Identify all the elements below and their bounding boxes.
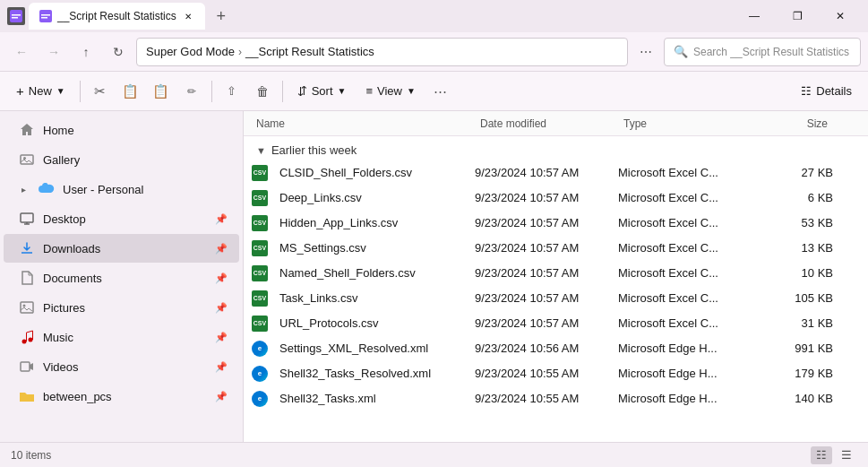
svg-rect-4	[41, 14, 50, 16]
more-button[interactable]: ⋯	[426, 77, 455, 106]
table-row[interactable]: CSV Hidden_App_Links.csv 9/23/2024 10:57…	[244, 211, 868, 236]
col-header-size[interactable]: Size	[761, 117, 833, 130]
more-options-button[interactable]: ⋯	[632, 38, 660, 66]
maximize-button[interactable]: ❐	[777, 3, 818, 30]
active-tab[interactable]: __Script Result Statistics ✕	[29, 3, 205, 30]
sidebar-item-between-pcs[interactable]: between_pcs 📌	[4, 382, 239, 411]
sidebar-item-documents[interactable]: Documents 📌	[4, 264, 239, 292]
delete-button[interactable]: 🗑	[248, 77, 277, 106]
sidebar-user-label: User - Personal	[63, 183, 228, 196]
view-label: View	[377, 84, 402, 98]
file-type: Microsoft Excel C...	[618, 291, 761, 305]
filename: Shell32_Tasks.xml	[279, 392, 376, 405]
col-header-name[interactable]: Name	[251, 117, 475, 130]
sidebar-item-videos[interactable]: Videos 📌	[4, 352, 239, 381]
svg-rect-8	[21, 213, 33, 222]
file-date: 9/23/2024 10:57 AM	[475, 191, 618, 204]
sort-button[interactable]: ⇵ Sort ▼	[288, 77, 356, 106]
documents-pin-icon: 📌	[214, 271, 228, 285]
sidebar-pictures-label: Pictures	[43, 301, 207, 315]
toolbar-separator-3	[282, 81, 283, 102]
file-date: 9/23/2024 10:57 AM	[475, 216, 618, 229]
copy-button[interactable]: 📋	[116, 77, 145, 106]
refresh-button[interactable]: ↻	[104, 38, 133, 66]
table-row[interactable]: CSV URL_Protocols.csv 9/23/2024 10:57 AM…	[244, 311, 868, 336]
breadcrumb-separator: ›	[238, 46, 242, 58]
table-row[interactable]: CSV CLSID_Shell_Folders.csv 9/23/2024 10…	[244, 160, 868, 186]
sidebar-music-label: Music	[43, 331, 207, 344]
minimize-button[interactable]: —	[734, 3, 775, 30]
share-button[interactable]: ⇧	[218, 77, 246, 106]
col-header-date[interactable]: Date modified	[475, 117, 618, 130]
sidebar-item-downloads[interactable]: Downloads 📌	[4, 234, 239, 263]
sidebar-desktop-label: Desktop	[43, 212, 207, 226]
tiles-view-toggle[interactable]: ☰	[836, 446, 857, 464]
new-tab-button[interactable]: +	[209, 4, 234, 29]
view-button[interactable]: ≡ View ▼	[357, 77, 424, 106]
sort-chevron-icon: ▼	[338, 86, 347, 96]
csv-file-icon: CSV	[252, 215, 268, 231]
table-row[interactable]: CSV MS_Settings.csv 9/23/2024 10:57 AM M…	[244, 236, 868, 261]
file-type: Microsoft Excel C...	[618, 216, 761, 229]
main-area: Home Gallery ▸ User - Personal Desktop 📌	[0, 111, 868, 442]
file-type-icon: CSV	[251, 264, 269, 282]
file-date: 9/23/2024 10:57 AM	[475, 166, 618, 179]
search-bar[interactable]: 🔍 Search __Script Result Statistics	[664, 38, 861, 66]
file-type-icon: CSV	[251, 239, 269, 257]
sidebar-documents-label: Documents	[43, 272, 207, 285]
svg-rect-0	[10, 10, 22, 22]
group-header-earlier-this-week[interactable]: ▼ Earlier this week	[244, 136, 868, 160]
downloads-pin-icon: 📌	[214, 241, 228, 255]
file-size: 105 KB	[761, 291, 833, 305]
back-button[interactable]: ←	[7, 38, 36, 66]
table-row[interactable]: CSV Task_Links.csv 9/23/2024 10:57 AM Mi…	[244, 286, 868, 311]
table-row[interactable]: CSV Deep_Links.csv 9/23/2024 10:57 AM Mi…	[244, 186, 868, 211]
tab-close-button[interactable]: ✕	[182, 10, 194, 22]
file-type-icon: CSV	[251, 189, 269, 207]
details-view-toggle[interactable]: ☷	[811, 446, 832, 464]
file-date: 9/23/2024 10:55 AM	[475, 392, 618, 405]
sidebar-item-desktop[interactable]: Desktop 📌	[4, 204, 239, 233]
details-label: Details	[816, 84, 852, 98]
forward-button[interactable]: →	[39, 38, 68, 66]
breadcrumb-bar[interactable]: Super God Mode › __Script Result Statist…	[136, 38, 628, 66]
sidebar-home-label: Home	[43, 124, 228, 137]
sidebar-downloads-label: Downloads	[43, 242, 207, 255]
table-row[interactable]: e Shell32_Tasks.xml 9/23/2024 10:55 AM M…	[244, 386, 868, 411]
rename-button[interactable]: ✏	[177, 77, 206, 106]
new-button[interactable]: + New ▼	[7, 77, 74, 106]
details-button[interactable]: ☷ Details	[792, 77, 861, 106]
file-size: 13 KB	[761, 241, 833, 255]
table-row[interactable]: e Shell32_Tasks_Resolved.xml 9/23/2024 1…	[244, 361, 868, 386]
pictures-icon	[18, 298, 36, 316]
tab-title: __Script Result Statistics	[57, 10, 176, 22]
search-icon: 🔍	[674, 45, 688, 58]
new-label: New	[29, 84, 52, 98]
svg-rect-13	[21, 362, 30, 371]
table-row[interactable]: CSV Named_Shell_Folders.csv 9/23/2024 10…	[244, 261, 868, 286]
sidebar-item-music[interactable]: Music 📌	[4, 323, 239, 351]
app-icon	[7, 7, 25, 25]
paste-button[interactable]: 📋	[147, 77, 176, 106]
group-chevron-icon[interactable]: ▼	[256, 145, 266, 156]
csv-file-icon: CSV	[252, 165, 268, 181]
col-header-type[interactable]: Type	[618, 117, 761, 130]
breadcrumb-current[interactable]: __Script Result Statistics	[245, 45, 374, 58]
new-chevron-icon: ▼	[56, 86, 65, 96]
sidebar-item-user-personal[interactable]: ▸ User - Personal	[4, 175, 239, 203]
svg-rect-2	[12, 17, 18, 19]
file-type-icon: e	[251, 390, 269, 408]
music-pin-icon: 📌	[214, 330, 228, 344]
table-row[interactable]: e Settings_XML_Resolved.xml 9/23/2024 10…	[244, 336, 868, 361]
sidebar-item-home[interactable]: Home	[4, 116, 239, 144]
view-chevron-icon: ▼	[407, 86, 416, 96]
view-icon: ≡	[365, 84, 373, 98]
close-button[interactable]: ✕	[820, 3, 861, 30]
cut-button[interactable]: ✂	[86, 77, 115, 106]
file-date: 9/23/2024 10:56 AM	[475, 342, 618, 355]
up-button[interactable]: ↑	[72, 38, 100, 66]
sidebar-item-pictures[interactable]: Pictures 📌	[4, 293, 239, 322]
breadcrumb-supergodmode[interactable]: Super God Mode	[146, 45, 235, 58]
sidebar-gallery-label: Gallery	[43, 153, 228, 167]
sidebar-item-gallery[interactable]: Gallery	[4, 145, 239, 174]
